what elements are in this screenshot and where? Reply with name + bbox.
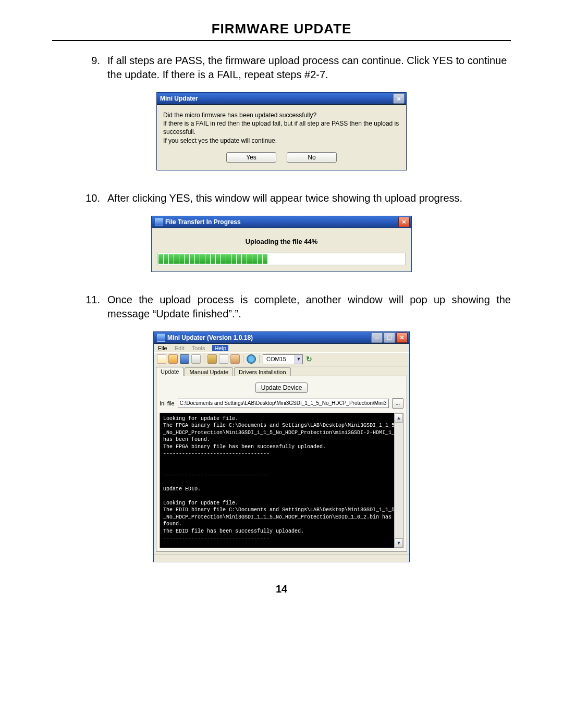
step-11-text: Once the upload process is complete, ano… (107, 293, 511, 321)
com-port-select[interactable]: COM15 ▼ (263, 354, 303, 364)
page-number: 14 (52, 583, 511, 595)
page-title: FIRMWARE UPDATE (52, 21, 511, 37)
confirm-line-2: If there is a FAIL in red then the uploa… (163, 119, 400, 136)
tab-update[interactable]: Update (156, 367, 183, 376)
toolbar-separator (243, 355, 243, 363)
ini-file-input[interactable] (178, 399, 389, 408)
progress-segment (174, 254, 179, 264)
menu-file[interactable]: File (158, 345, 167, 351)
confirm-dialog-titlebar: Mini Updater × (157, 93, 406, 105)
toolbar: COM15 ▼ ↻ (154, 352, 409, 366)
scroll-down-icon[interactable]: ▼ (395, 538, 403, 548)
menu-help[interactable]: Help (212, 345, 228, 351)
progress-segment (231, 254, 236, 264)
progress-dialog-titlebar: File Transfert In Progress × (152, 216, 411, 228)
progress-segment (205, 254, 210, 264)
update-device-button[interactable]: Update Device (255, 382, 308, 393)
tab-drivers-installation[interactable]: Drivers Installation (234, 367, 290, 376)
progress-segment (242, 254, 247, 264)
progress-bar (157, 253, 406, 265)
minimize-icon[interactable]: – (371, 332, 383, 343)
confirm-dialog: Mini Updater × Did the micro firmware ha… (156, 92, 407, 170)
update-panel: Update Device Ini file ... Looking for u… (156, 376, 407, 552)
cut-icon[interactable] (207, 354, 217, 364)
step-9-text: If all steps are PASS, the firmware uplo… (107, 54, 511, 82)
progress-dialog-title: File Transfert In Progress (165, 218, 241, 226)
close-icon[interactable]: × (393, 93, 405, 104)
tab-bar: Update Manual Update Drivers Installatio… (154, 366, 409, 376)
help-icon[interactable] (247, 354, 256, 364)
confirm-line-3: If you select yes the update will contin… (163, 137, 400, 145)
app-window: Mini Updater (Version 1.0.18) – □ × File… (153, 331, 410, 562)
console-output: Looking for update file. The FPGA binary… (160, 413, 394, 548)
console-area: Looking for update file. The FPGA binary… (160, 413, 403, 548)
app-titlebar: Mini Updater (Version 1.0.18) – □ × (154, 332, 409, 344)
vertical-scrollbar[interactable]: ▲ ▼ (394, 413, 403, 548)
maximize-icon[interactable]: □ (384, 332, 395, 343)
progress-segment (200, 254, 205, 264)
progress-segment (258, 254, 262, 264)
app-icon (155, 218, 163, 226)
app-title: Mini Updater (Version 1.0.18) (167, 334, 253, 341)
save-icon[interactable] (180, 354, 189, 364)
menubar: File Edit Tools Help (154, 344, 409, 352)
close-icon[interactable]: × (396, 332, 408, 343)
progress-segment (247, 254, 252, 264)
progress-segment (221, 254, 226, 264)
progress-segment (237, 254, 241, 264)
print-icon[interactable] (191, 354, 201, 364)
chevron-down-icon[interactable]: ▼ (295, 355, 302, 364)
com-port-value: COM15 (263, 356, 295, 362)
paste-icon[interactable] (230, 354, 240, 364)
progress-segment (211, 254, 215, 264)
confirm-dialog-title: Mini Updater (160, 95, 198, 102)
progress-segment (216, 254, 221, 264)
title-rule (52, 40, 511, 41)
progress-segment (185, 254, 189, 264)
toolbar-separator (259, 355, 260, 363)
progress-message: Uploading the file 44% (157, 238, 406, 245)
tab-manual-update[interactable]: Manual Update (185, 367, 233, 376)
app-icon (157, 334, 165, 342)
progress-segment (158, 254, 163, 264)
yes-button[interactable]: Yes (226, 152, 276, 163)
scroll-up-icon[interactable]: ▲ (395, 413, 403, 423)
step-10-text: After clicking YES, this window will app… (107, 191, 511, 205)
confirm-dialog-body: Did the micro firmware has been updated … (157, 105, 406, 148)
status-bar (154, 554, 409, 562)
confirm-line-1: Did the micro firmware has been updated … (163, 111, 400, 119)
step-10: 10. After clicking YES, this window will… (78, 191, 511, 205)
open-icon[interactable] (168, 354, 178, 364)
new-icon[interactable] (157, 354, 166, 364)
no-button[interactable]: No (287, 152, 337, 163)
close-icon[interactable]: × (398, 217, 410, 227)
step-9: 9. If all steps are PASS, the firmware u… (78, 54, 511, 82)
progress-segment (169, 254, 174, 264)
step-9-number: 9. (78, 54, 107, 82)
progress-dialog: File Transfert In Progress × Uploading t… (151, 216, 412, 272)
toolbar-separator (204, 355, 204, 363)
browse-button[interactable]: ... (392, 398, 403, 409)
progress-segment (226, 254, 231, 264)
progress-segment (195, 254, 200, 264)
progress-segment (190, 254, 194, 264)
step-11-number: 11. (78, 293, 107, 321)
ini-file-label: Ini file (160, 400, 175, 406)
progress-segment (164, 254, 168, 264)
step-10-number: 10. (78, 191, 107, 205)
progress-segment (179, 254, 184, 264)
menu-tools: Tools (192, 345, 205, 351)
copy-icon[interactable] (219, 354, 228, 364)
progress-segment (263, 254, 267, 264)
step-11: 11. Once the upload process is complete,… (78, 293, 511, 321)
menu-edit: Edit (175, 345, 185, 351)
refresh-icon[interactable]: ↻ (305, 355, 313, 363)
progress-segment (252, 254, 257, 264)
